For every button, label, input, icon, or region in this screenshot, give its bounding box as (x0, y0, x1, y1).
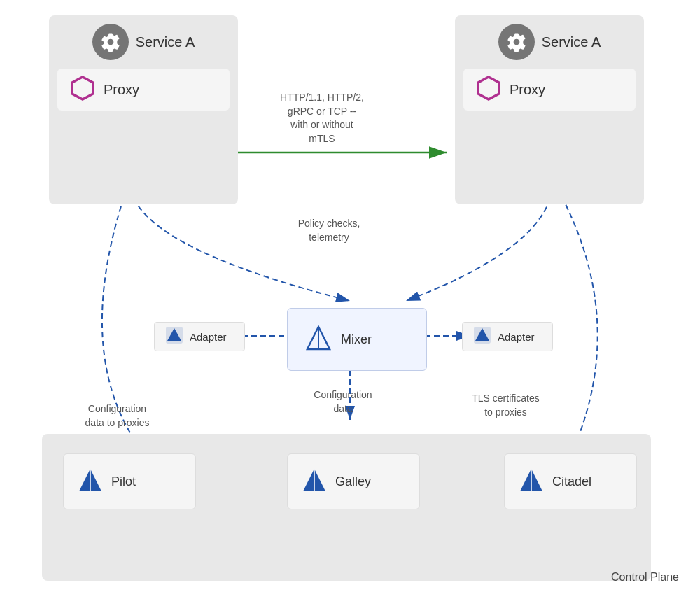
service-box-left: Service A Proxy (49, 15, 238, 204)
proxy-left-label: Proxy (104, 82, 139, 98)
config-proxies-annotation: Configuration data to proxies (63, 402, 172, 430)
mixer-sail-icon (304, 324, 332, 355)
proxy-right-label: Proxy (510, 82, 545, 98)
hex-icon-left (69, 74, 97, 105)
mixer-label: Mixer (341, 332, 372, 347)
galley-label: Galley (335, 474, 371, 489)
hex-icon-right (475, 74, 503, 105)
adapter-left-icon (164, 325, 184, 348)
service-a-right: Service A (498, 24, 601, 60)
citadel-sail-icon (517, 466, 545, 497)
service-a-left-label: Service A (136, 34, 195, 50)
adapter-left-label: Adapter (190, 331, 227, 343)
service-icon-left (92, 24, 129, 60)
mixer-box: Mixer (287, 308, 427, 371)
http-annotation: HTTP/1.1, HTTP/2, gRPC or TCP -- with or… (259, 91, 385, 146)
pilot-sail-icon (76, 466, 104, 497)
control-plane-label: Control Plane (611, 570, 679, 585)
service-box-right: Service A Proxy (455, 15, 644, 204)
adapter-left-box: Adapter (154, 322, 245, 351)
galley-sail-icon (300, 466, 328, 497)
galley-box: Galley (287, 453, 420, 509)
proxy-box-left: Proxy (57, 69, 230, 111)
pilot-label: Pilot (111, 474, 136, 489)
citadel-box: Citadel (504, 453, 637, 509)
service-a-right-label: Service A (542, 34, 601, 50)
adapter-right-label: Adapter (498, 331, 535, 343)
adapter-right-icon (472, 325, 492, 348)
svg-marker-12 (72, 77, 93, 99)
citadel-label: Citadel (552, 474, 592, 489)
adapter-right-box: Adapter (462, 322, 553, 351)
gear-icon-right (506, 31, 527, 52)
svg-marker-13 (478, 77, 499, 99)
service-icon-right (498, 24, 535, 60)
config-data-annotation: Configuration data (294, 388, 392, 416)
diagram-container: Service A Proxy Service A (0, 0, 700, 599)
policy-annotation: Policy checks, telemetry (266, 217, 392, 244)
proxy-box-right: Proxy (463, 69, 636, 111)
tls-annotation: TLS certificates to proxies (448, 392, 564, 419)
pilot-box: Pilot (63, 453, 196, 509)
service-a-left: Service A (92, 24, 195, 60)
gear-icon-left (100, 31, 121, 52)
